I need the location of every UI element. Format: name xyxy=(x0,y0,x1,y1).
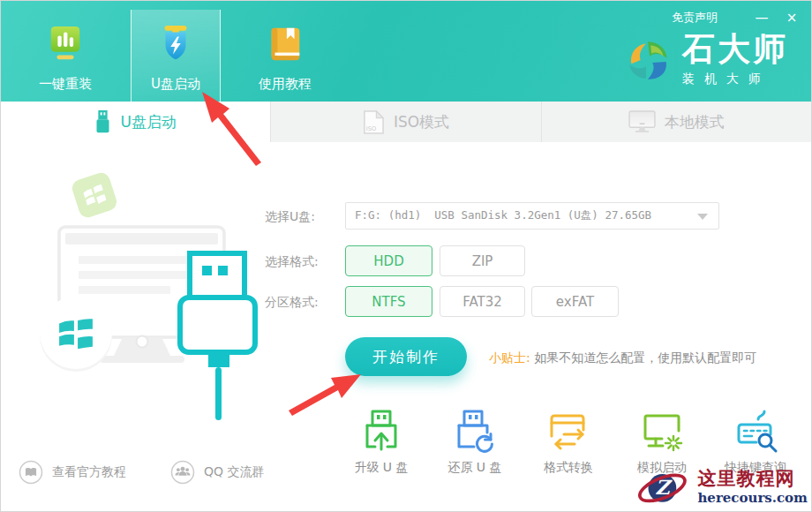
tip-text: 小贴士: 如果不知道怎么配置，使用默认配置即可 xyxy=(489,350,756,366)
minimize-button[interactable]: — xyxy=(749,8,774,27)
usb-upgrade-icon xyxy=(357,407,405,455)
usb-restore-icon xyxy=(451,407,499,455)
partition-label: 分区格式: xyxy=(265,295,319,311)
format-option-zip[interactable]: ZIP xyxy=(440,245,525,276)
nav-usb-boot[interactable]: U盘启动 xyxy=(131,10,221,102)
partition-option-fat32[interactable]: FAT32 xyxy=(440,286,525,317)
main-panel: 选择U盘: F:G: (hd1) USB SanDisk 3.2Gen1 (U盘… xyxy=(1,142,811,512)
nav-tutorial[interactable]: 使用教程 xyxy=(240,1,330,102)
watermark-site-url: herecours.com xyxy=(697,490,808,506)
official-tutorial-link[interactable]: 查看官方教程 xyxy=(19,460,126,485)
close-button[interactable]: × xyxy=(779,8,804,27)
iso-file-icon: ISO xyxy=(363,109,385,135)
feature-label: 还原 U 盘 xyxy=(447,460,501,476)
feature-label: 格式转换 xyxy=(544,460,593,476)
partition-option-ntfs[interactable]: NTFS xyxy=(345,286,432,317)
brand-name: 石大师 xyxy=(682,33,788,65)
usb-select-label: 选择U盘: xyxy=(265,209,315,225)
monitor-icon xyxy=(628,110,656,133)
feature-restore-usb[interactable]: 还原 U 盘 xyxy=(428,407,522,476)
usb-stick-icon xyxy=(94,109,111,134)
format-label: 选择格式: xyxy=(265,254,319,270)
qq-group-link[interactable]: QQ 交流群 xyxy=(170,460,265,485)
app-header: 一键重装 U盘启动 使用教程 免责声明 xyxy=(1,1,811,102)
nav-label: 使用教程 xyxy=(259,76,312,93)
tab-label: U盘启动 xyxy=(120,112,176,132)
nav-onekey-reinstall[interactable]: 一键重装 xyxy=(20,1,110,102)
titlebar-controls: 免责声明 — × xyxy=(672,8,804,27)
simulate-boot-icon xyxy=(638,407,686,455)
tip-body: 如果不知道怎么配置，使用默认配置即可 xyxy=(534,350,756,365)
people-group-icon xyxy=(170,460,195,485)
svg-text:ISO: ISO xyxy=(366,125,377,132)
brand-subtitle: 装机大师 xyxy=(682,72,788,87)
app-window: 一键重装 U盘启动 使用教程 免责声明 xyxy=(0,0,812,512)
usb-computer-illustration xyxy=(36,167,274,423)
format-convert-icon xyxy=(545,407,592,455)
footer-link-label: 查看官方教程 xyxy=(52,464,126,480)
brand: 石大师 装机大师 xyxy=(620,33,788,87)
hotkey-lookup-icon xyxy=(732,407,779,455)
feature-format-convert[interactable]: 格式转换 xyxy=(522,407,615,476)
watermark-site-name: 这里教程网 xyxy=(697,469,794,489)
tab-usb-boot[interactable]: U盘启动 xyxy=(1,102,271,142)
tab-local-mode[interactable]: 本地模式 xyxy=(542,102,811,142)
watermark-logo-icon: Z xyxy=(637,462,697,512)
nav-label: 一键重装 xyxy=(39,76,92,93)
chevron-down-icon xyxy=(697,214,708,220)
feature-upgrade-usb[interactable]: 升级 U 盘 xyxy=(335,407,428,476)
disclaimer-link[interactable]: 免责声明 xyxy=(672,10,718,26)
footer-link-label: QQ 交流群 xyxy=(204,464,265,480)
usb-drive-select[interactable]: F:G: (hd1) USB SanDisk 3.2Gen1 (U盘) 27.6… xyxy=(345,202,719,230)
bar-chart-icon xyxy=(45,24,86,64)
tip-label: 小贴士: xyxy=(489,350,530,365)
site-watermark: Z 这里教程网 herecours.com xyxy=(637,462,811,512)
shield-lightning-icon xyxy=(155,24,196,64)
nav-label: U盘启动 xyxy=(151,76,200,93)
tab-label: 本地模式 xyxy=(665,112,725,132)
tab-iso-mode[interactable]: ISO ISO模式 xyxy=(271,102,541,142)
open-book-icon xyxy=(19,460,43,485)
usb-drive-value: F:G: (hd1) USB SanDisk 3.2Gen1 (U盘) 27.6… xyxy=(355,208,651,223)
tab-label: ISO模式 xyxy=(394,112,449,132)
start-make-button[interactable]: 开始制作 xyxy=(345,337,467,376)
mode-tabbar: U盘启动 ISO ISO模式 本地模式 xyxy=(1,102,811,142)
book-icon xyxy=(265,24,305,64)
partition-option-exfat[interactable]: exFAT xyxy=(531,286,619,317)
feature-label: 升级 U 盘 xyxy=(354,460,408,476)
brand-logo-icon xyxy=(620,33,675,87)
format-option-hdd[interactable]: HDD xyxy=(345,245,432,276)
